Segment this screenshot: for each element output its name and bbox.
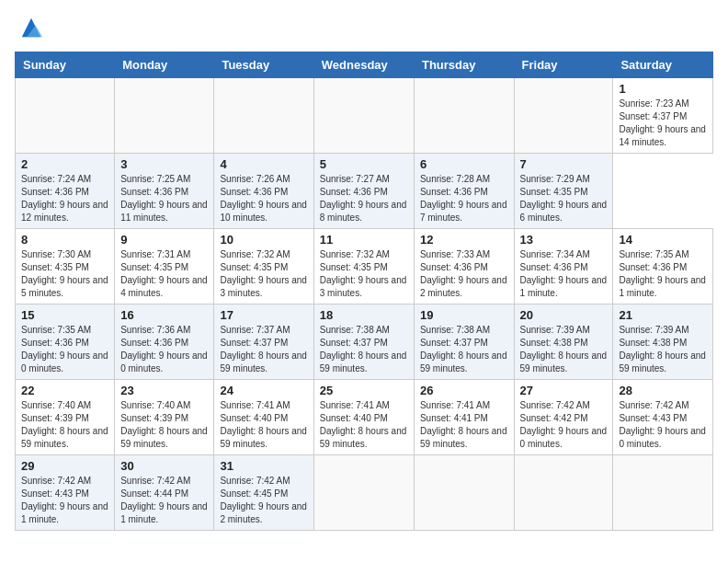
logo-icon bbox=[18, 15, 44, 40]
calendar-header-row: SundayMondayTuesdayWednesdayThursdayFrid… bbox=[16, 52, 713, 78]
calendar-empty-cell bbox=[613, 455, 713, 531]
day-info: Sunrise: 7:42 AMSunset: 4:42 PMDaylight:… bbox=[520, 399, 608, 451]
calendar-day-cell: 11Sunrise: 7:32 AMSunset: 4:35 PMDayligh… bbox=[313, 229, 414, 304]
calendar-day-cell: 12Sunrise: 7:33 AMSunset: 4:36 PMDayligh… bbox=[414, 229, 514, 304]
day-number: 19 bbox=[420, 308, 508, 322]
calendar-week-row: 29Sunrise: 7:42 AMSunset: 4:43 PMDayligh… bbox=[16, 455, 713, 531]
day-number: 29 bbox=[21, 459, 108, 473]
calendar-day-cell: 1Sunrise: 7:23 AMSunset: 4:37 PMDaylight… bbox=[613, 78, 713, 154]
day-info: Sunrise: 7:26 AMSunset: 4:36 PMDaylight:… bbox=[220, 173, 307, 224]
calendar-header-sunday: Sunday bbox=[16, 52, 115, 78]
day-info: Sunrise: 7:33 AMSunset: 4:36 PMDaylight:… bbox=[420, 248, 508, 300]
calendar-week-row: 22Sunrise: 7:40 AMSunset: 4:39 PMDayligh… bbox=[16, 380, 713, 455]
day-number: 4 bbox=[220, 157, 307, 171]
calendar-empty-cell bbox=[313, 78, 414, 154]
calendar-empty-cell bbox=[313, 455, 414, 531]
day-info: Sunrise: 7:42 AMSunset: 4:43 PMDaylight:… bbox=[21, 475, 108, 526]
logo bbox=[15, 15, 44, 40]
day-number: 30 bbox=[120, 459, 208, 473]
calendar-day-cell: 25Sunrise: 7:41 AMSunset: 4:40 PMDayligh… bbox=[313, 380, 414, 455]
calendar-header-friday: Friday bbox=[514, 52, 613, 78]
day-number: 9 bbox=[120, 233, 208, 247]
day-info: Sunrise: 7:39 AMSunset: 4:38 PMDaylight:… bbox=[520, 324, 608, 375]
calendar-empty-cell bbox=[414, 455, 514, 531]
day-number: 24 bbox=[220, 384, 307, 397]
calendar-day-cell: 20Sunrise: 7:39 AMSunset: 4:38 PMDayligh… bbox=[514, 304, 613, 380]
day-info: Sunrise: 7:40 AMSunset: 4:39 PMDaylight:… bbox=[120, 399, 208, 451]
calendar-empty-cell bbox=[115, 78, 214, 154]
day-number: 2 bbox=[21, 157, 108, 171]
day-info: Sunrise: 7:24 AMSunset: 4:36 PMDaylight:… bbox=[21, 173, 108, 224]
calendar-day-cell: 18Sunrise: 7:38 AMSunset: 4:37 PMDayligh… bbox=[313, 304, 414, 380]
day-number: 18 bbox=[320, 308, 408, 322]
day-info: Sunrise: 7:23 AMSunset: 4:37 PMDaylight:… bbox=[619, 98, 707, 149]
day-number: 5 bbox=[320, 157, 408, 171]
page-header bbox=[15, 15, 713, 40]
day-info: Sunrise: 7:25 AMSunset: 4:36 PMDaylight:… bbox=[120, 173, 208, 224]
calendar-week-row: 2Sunrise: 7:24 AMSunset: 4:36 PMDaylight… bbox=[16, 154, 713, 229]
day-info: Sunrise: 7:41 AMSunset: 4:41 PMDaylight:… bbox=[420, 399, 508, 451]
calendar-empty-cell bbox=[16, 78, 115, 154]
day-number: 22 bbox=[21, 384, 108, 397]
day-number: 12 bbox=[420, 233, 508, 247]
day-info: Sunrise: 7:37 AMSunset: 4:37 PMDaylight:… bbox=[220, 324, 307, 375]
calendar-empty-cell bbox=[414, 78, 514, 154]
day-number: 6 bbox=[420, 157, 508, 171]
day-number: 13 bbox=[520, 233, 608, 247]
calendar-day-cell: 30Sunrise: 7:42 AMSunset: 4:44 PMDayligh… bbox=[115, 455, 214, 531]
calendar-empty-cell bbox=[514, 455, 613, 531]
calendar-day-cell: 22Sunrise: 7:40 AMSunset: 4:39 PMDayligh… bbox=[16, 380, 115, 455]
day-info: Sunrise: 7:38 AMSunset: 4:37 PMDaylight:… bbox=[320, 324, 408, 375]
day-info: Sunrise: 7:36 AMSunset: 4:36 PMDaylight:… bbox=[120, 324, 208, 375]
calendar-day-cell: 3Sunrise: 7:25 AMSunset: 4:36 PMDaylight… bbox=[115, 154, 214, 229]
calendar-week-row: 15Sunrise: 7:35 AMSunset: 4:36 PMDayligh… bbox=[16, 304, 713, 380]
calendar-day-cell: 14Sunrise: 7:35 AMSunset: 4:36 PMDayligh… bbox=[613, 229, 713, 304]
calendar-day-cell: 8Sunrise: 7:30 AMSunset: 4:35 PMDaylight… bbox=[16, 229, 115, 304]
calendar-day-cell: 13Sunrise: 7:34 AMSunset: 4:36 PMDayligh… bbox=[514, 229, 613, 304]
day-info: Sunrise: 7:42 AMSunset: 4:45 PMDaylight:… bbox=[220, 475, 307, 526]
calendar-day-cell: 21Sunrise: 7:39 AMSunset: 4:38 PMDayligh… bbox=[613, 304, 713, 380]
calendar-day-cell: 31Sunrise: 7:42 AMSunset: 4:45 PMDayligh… bbox=[214, 455, 313, 531]
day-info: Sunrise: 7:35 AMSunset: 4:36 PMDaylight:… bbox=[619, 248, 707, 300]
day-number: 11 bbox=[320, 233, 408, 247]
day-info: Sunrise: 7:28 AMSunset: 4:36 PMDaylight:… bbox=[420, 173, 508, 224]
calendar-day-cell: 19Sunrise: 7:38 AMSunset: 4:37 PMDayligh… bbox=[414, 304, 514, 380]
calendar-week-row: 1Sunrise: 7:23 AMSunset: 4:37 PMDaylight… bbox=[16, 78, 713, 154]
calendar-day-cell: 5Sunrise: 7:27 AMSunset: 4:36 PMDaylight… bbox=[313, 154, 414, 229]
day-number: 17 bbox=[220, 308, 307, 322]
calendar-day-cell: 27Sunrise: 7:42 AMSunset: 4:42 PMDayligh… bbox=[514, 380, 613, 455]
calendar-day-cell: 7Sunrise: 7:29 AMSunset: 4:35 PMDaylight… bbox=[514, 154, 613, 229]
day-number: 15 bbox=[21, 308, 108, 322]
day-number: 1 bbox=[619, 82, 707, 96]
calendar-header-tuesday: Tuesday bbox=[214, 52, 313, 78]
day-info: Sunrise: 7:40 AMSunset: 4:39 PMDaylight:… bbox=[21, 399, 108, 451]
day-number: 7 bbox=[520, 157, 608, 171]
calendar-day-cell: 4Sunrise: 7:26 AMSunset: 4:36 PMDaylight… bbox=[214, 154, 313, 229]
day-info: Sunrise: 7:32 AMSunset: 4:35 PMDaylight:… bbox=[220, 248, 307, 300]
calendar-day-cell: 2Sunrise: 7:24 AMSunset: 4:36 PMDaylight… bbox=[16, 154, 115, 229]
calendar-day-cell: 17Sunrise: 7:37 AMSunset: 4:37 PMDayligh… bbox=[214, 304, 313, 380]
calendar-day-cell: 24Sunrise: 7:41 AMSunset: 4:40 PMDayligh… bbox=[214, 380, 313, 455]
calendar-day-cell: 26Sunrise: 7:41 AMSunset: 4:41 PMDayligh… bbox=[414, 380, 514, 455]
calendar-day-cell: 28Sunrise: 7:42 AMSunset: 4:43 PMDayligh… bbox=[613, 380, 713, 455]
day-number: 16 bbox=[120, 308, 208, 322]
day-number: 20 bbox=[520, 308, 608, 322]
day-info: Sunrise: 7:41 AMSunset: 4:40 PMDaylight:… bbox=[220, 399, 307, 451]
day-info: Sunrise: 7:27 AMSunset: 4:36 PMDaylight:… bbox=[320, 173, 408, 224]
day-info: Sunrise: 7:31 AMSunset: 4:35 PMDaylight:… bbox=[120, 248, 208, 300]
calendar-header-wednesday: Wednesday bbox=[313, 52, 414, 78]
day-info: Sunrise: 7:38 AMSunset: 4:37 PMDaylight:… bbox=[420, 324, 508, 375]
day-number: 23 bbox=[120, 384, 208, 397]
day-number: 28 bbox=[619, 384, 707, 397]
day-number: 10 bbox=[220, 233, 307, 247]
calendar-day-cell: 9Sunrise: 7:31 AMSunset: 4:35 PMDaylight… bbox=[115, 229, 214, 304]
day-number: 25 bbox=[320, 384, 408, 397]
day-number: 31 bbox=[220, 459, 307, 473]
day-info: Sunrise: 7:42 AMSunset: 4:43 PMDaylight:… bbox=[619, 399, 707, 451]
calendar-empty-cell bbox=[214, 78, 313, 154]
day-info: Sunrise: 7:29 AMSunset: 4:35 PMDaylight:… bbox=[520, 173, 608, 224]
day-number: 27 bbox=[520, 384, 608, 397]
day-info: Sunrise: 7:39 AMSunset: 4:38 PMDaylight:… bbox=[619, 324, 707, 375]
calendar-day-cell: 23Sunrise: 7:40 AMSunset: 4:39 PMDayligh… bbox=[115, 380, 214, 455]
day-info: Sunrise: 7:35 AMSunset: 4:36 PMDaylight:… bbox=[21, 324, 108, 375]
